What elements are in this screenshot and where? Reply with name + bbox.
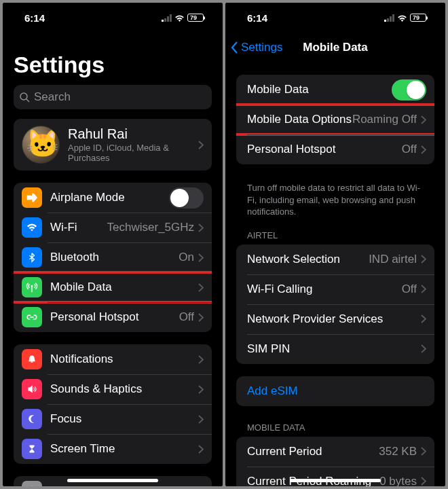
row-network-selection[interactable]: Network SelectionIND airtel xyxy=(236,244,434,274)
chevron-right-icon xyxy=(421,145,426,154)
status-time: 6:14 xyxy=(24,12,45,24)
phone-mobile-data: 6:14 79 Settings Mobile Data Mobile Data… xyxy=(225,3,445,486)
chevron-right-icon xyxy=(198,223,204,232)
chevron-right-icon xyxy=(421,447,426,456)
chevron-right-icon xyxy=(198,355,204,364)
profile-name: Rahul Rai xyxy=(68,126,198,142)
antenna-icon xyxy=(22,277,42,297)
row-airplane-mode[interactable]: Airplane Mode xyxy=(14,183,212,213)
svg-rect-4 xyxy=(31,361,33,363)
row-sounds-haptics[interactable]: Sounds & Haptics xyxy=(14,374,212,404)
moon-icon xyxy=(22,409,42,429)
row-wi-fi-calling[interactable]: Wi-Fi CallingOff xyxy=(236,274,434,304)
chevron-left-icon xyxy=(231,41,238,54)
nav-title: Mobile Data xyxy=(303,41,367,54)
chevron-right-icon xyxy=(198,141,204,149)
phone-settings: 6:14 79 Settings Search Rahul Rai Apple … xyxy=(3,3,223,486)
avatar xyxy=(22,126,60,164)
section-footer: Turn off mobile data to restrict all dat… xyxy=(225,177,445,221)
status-bar: 6:14 79 xyxy=(225,3,445,33)
back-button[interactable]: Settings xyxy=(225,41,282,54)
row-bluetooth[interactable]: BluetoothOn xyxy=(14,242,212,272)
row-current-period[interactable]: Current Period352 KB xyxy=(236,437,434,467)
page-title: Settings xyxy=(3,33,223,85)
home-indicator[interactable] xyxy=(67,479,158,482)
cellular-signal-icon xyxy=(162,14,172,22)
status-time: 6:14 xyxy=(247,12,267,24)
speaker-icon xyxy=(22,379,42,399)
search-input[interactable]: Search xyxy=(14,85,212,109)
chevron-right-icon xyxy=(198,445,204,454)
chevron-right-icon xyxy=(198,313,204,322)
row-personal-hotspot[interactable]: Personal HotspotOff xyxy=(14,302,212,332)
add-esim-row[interactable]: Add eSIM xyxy=(236,376,434,406)
battery-icon: 79 xyxy=(410,14,426,22)
chevron-right-icon xyxy=(198,415,204,424)
svg-point-0 xyxy=(20,93,27,100)
wifi-icon xyxy=(397,14,407,22)
row-notifications[interactable]: Notifications xyxy=(14,344,212,374)
battery-icon: 79 xyxy=(187,14,204,22)
chevron-right-icon xyxy=(421,344,426,353)
toggle[interactable] xyxy=(392,79,426,101)
hourglass-icon xyxy=(22,439,42,459)
row-mobile-data[interactable]: Mobile Data xyxy=(236,75,434,105)
toggle[interactable] xyxy=(169,187,204,209)
search-icon xyxy=(19,92,30,103)
wifi-icon xyxy=(174,14,185,22)
gear-icon xyxy=(22,481,42,486)
chevron-right-icon xyxy=(421,255,426,264)
link-icon xyxy=(22,307,42,327)
cellular-signal-icon xyxy=(384,14,394,22)
section-header-airtel: AIRTEL xyxy=(225,221,445,244)
chevron-right-icon xyxy=(198,283,204,292)
bluetooth-icon xyxy=(22,247,42,268)
row-sim-pin[interactable]: SIM PIN xyxy=(236,334,434,364)
chevron-right-icon xyxy=(421,115,426,124)
row-network-provider-services[interactable]: Network Provider Services xyxy=(236,304,434,334)
status-bar: 6:14 79 xyxy=(3,3,223,33)
row-wi-fi[interactable]: Wi-FiTechwiser_5GHz xyxy=(14,213,212,242)
row-screen-time[interactable]: Screen Time xyxy=(14,434,212,464)
section-header-mobiledata: MOBILE DATA xyxy=(225,418,445,437)
row-mobile-data-options[interactable]: Mobile Data OptionsRoaming Off xyxy=(236,105,434,134)
row-mobile-data[interactable]: Mobile Data xyxy=(14,272,212,302)
row-focus[interactable]: Focus xyxy=(14,404,212,434)
profile-row[interactable]: Rahul Rai Apple ID, iCloud, Media & Purc… xyxy=(14,119,212,170)
chevron-right-icon xyxy=(198,253,204,262)
chevron-right-icon xyxy=(421,285,426,293)
row-personal-hotspot[interactable]: Personal HotspotOff xyxy=(236,134,434,164)
profile-subtitle: Apple ID, iCloud, Media & Purchases xyxy=(68,143,198,163)
chevron-right-icon xyxy=(421,477,426,486)
chevron-right-icon xyxy=(198,385,204,394)
bell-icon xyxy=(22,349,42,369)
airplane-icon xyxy=(22,187,42,208)
row-current-period-roaming[interactable]: Current Period Roaming0 bytes xyxy=(236,467,434,486)
wifi-icon xyxy=(22,217,42,238)
svg-line-1 xyxy=(26,99,29,102)
chevron-right-icon xyxy=(421,314,426,323)
home-indicator[interactable] xyxy=(290,479,381,482)
